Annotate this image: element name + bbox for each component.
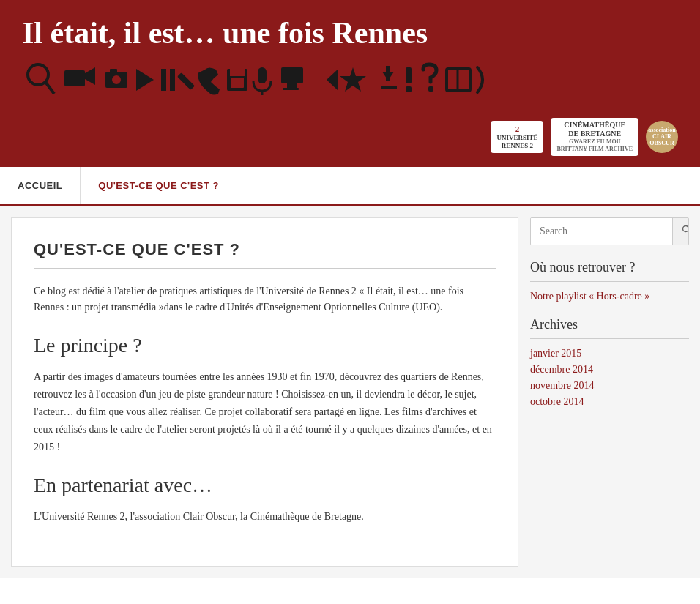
svg-point-5 — [112, 75, 121, 84]
svg-rect-14 — [258, 67, 267, 83]
logo-universite: 2 UNIVERSITÉ RENNES 2 — [491, 121, 543, 153]
sidebar-section-archives: Archives janvier 2015 décembre 2014 nove… — [530, 317, 689, 408]
svg-rect-23 — [381, 86, 397, 89]
search-icon — [682, 225, 689, 235]
svg-rect-6 — [110, 69, 117, 72]
section-text-partenariat: L'Université Rennes 2, l'association Cla… — [34, 508, 496, 526]
svg-point-0 — [28, 64, 48, 85]
svg-rect-10 — [177, 72, 195, 90]
search-box — [530, 217, 689, 245]
svg-rect-26 — [428, 86, 433, 92]
sidebar-playlist-link[interactable]: Notre playlist « Hors-cadre » — [530, 291, 689, 302]
main-content: QU'EST-CE QUE C'EST ? Ce blog est dédié … — [11, 217, 518, 567]
archive-link-dec2014[interactable]: décembre 2014 — [530, 364, 689, 376]
site-nav: ACCUEIL QU'EST-CE QUE C'EST ? — [0, 167, 700, 206]
archive-item-nov2014: novembre 2014 — [530, 380, 689, 392]
archive-item-dec2014: décembre 2014 — [530, 364, 689, 376]
archive-link-jan2015[interactable]: janvier 2015 — [530, 348, 689, 359]
archive-link-nov2014[interactable]: novembre 2014 — [530, 380, 689, 392]
svg-rect-25 — [406, 86, 412, 92]
svg-marker-3 — [85, 67, 95, 85]
site-header: Il était, il est… une fois Rennes — [0, 0, 700, 167]
svg-point-29 — [683, 226, 689, 232]
section-text-principe: A partir des images d'amateurs tournées … — [34, 368, 496, 455]
page-title: QU'EST-CE QUE C'EST ? — [34, 240, 496, 269]
sidebar-section-ou-nous: Où nous retrouver ? Notre playlist « Hor… — [530, 260, 689, 302]
svg-rect-12 — [230, 69, 245, 76]
icon-strip — [22, 59, 678, 107]
nav-quest-ce-que[interactable]: QU'EST-CE QUE C'EST ? — [81, 167, 237, 204]
archive-item-jan2015: janvier 2015 — [530, 348, 689, 359]
svg-marker-7 — [136, 69, 154, 91]
svg-rect-22 — [386, 66, 390, 81]
partner-logos: 2 UNIVERSITÉ RENNES 2 CINÉMATHÈQUE DE BR… — [22, 118, 678, 155]
search-button[interactable] — [672, 218, 689, 245]
sidebar: Où nous retrouver ? Notre playlist « Hor… — [524, 206, 700, 578]
svg-rect-13 — [231, 78, 244, 88]
section-heading-principe: Le principe ? — [34, 334, 496, 357]
svg-rect-24 — [406, 67, 412, 83]
svg-line-30 — [688, 231, 690, 235]
svg-rect-16 — [281, 67, 303, 83]
archives-list: janvier 2015 décembre 2014 novembre 2014… — [530, 348, 689, 408]
svg-line-1 — [45, 82, 54, 94]
logo-cinematheque: CINÉMATHÈQUE DE BRETAGNE GWAREZ FILMOU B… — [551, 118, 638, 155]
svg-marker-19 — [327, 69, 338, 91]
site-title: Il était, il est… une fois Rennes — [22, 15, 678, 51]
sidebar-archives-title: Archives — [530, 317, 689, 339]
svg-rect-8 — [161, 69, 166, 91]
nav-accueil[interactable]: ACCUEIL — [0, 167, 81, 204]
svg-rect-17 — [287, 83, 297, 88]
logo-clair-obscur: associationCLAIROBSCUR — [646, 121, 678, 153]
archive-item-oct2014: octobre 2014 — [530, 396, 689, 408]
archive-link-oct2014[interactable]: octobre 2014 — [530, 396, 689, 408]
sidebar-ou-nous-title: Où nous retrouver ? — [530, 260, 689, 282]
intro-paragraph: Ce blog est dédié à l'atelier de pratiqu… — [34, 283, 496, 316]
svg-marker-20 — [340, 67, 366, 92]
svg-rect-2 — [64, 70, 85, 86]
search-input[interactable] — [531, 218, 672, 245]
svg-rect-18 — [283, 88, 299, 90]
search-input-wrap — [530, 217, 689, 245]
main-layout: QU'EST-CE QUE C'EST ? Ce blog est dédié … — [0, 206, 700, 578]
svg-rect-9 — [170, 69, 175, 91]
section-heading-partenariat: En partenariat avec… — [34, 474, 496, 497]
